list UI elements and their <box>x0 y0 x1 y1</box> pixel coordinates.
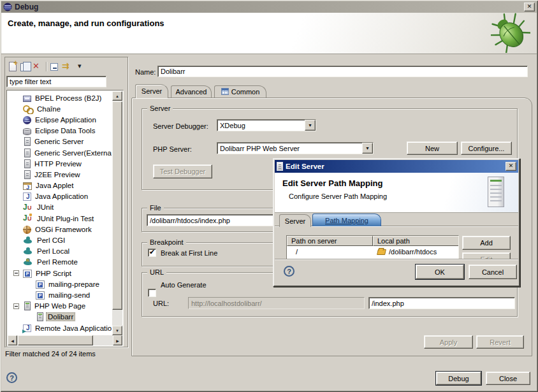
php-server-label: PHP Server: <box>153 145 192 153</box>
tree-item-dolibarr[interactable]: Dolibarr <box>8 312 112 323</box>
server-debugger-label: Server Debugger: <box>153 122 208 130</box>
tree-item-php-script[interactable]: PHP Script <box>8 268 112 279</box>
filter-icon[interactable] <box>62 61 73 72</box>
path-mapping-table[interactable]: Path on server Local path / /dolibarr/ht… <box>286 235 459 261</box>
tab-divider <box>275 226 518 226</box>
cancel-button[interactable]: Cancel <box>469 265 517 279</box>
junit-plugin-icon <box>23 214 33 223</box>
tree-item-remote-java-application[interactable]: Remote Java Application <box>8 323 112 333</box>
tab-server[interactable]: Server <box>135 84 168 98</box>
apply-button[interactable]: Apply <box>424 335 473 349</box>
ok-button[interactable]: OK <box>416 265 464 279</box>
column-header-path-on-server[interactable]: Path on server <box>287 236 373 246</box>
new-configuration-icon[interactable] <box>9 62 17 71</box>
tree-vertical-scrollbar[interactable]: ▲ ▼ <box>112 91 122 335</box>
junit-icon <box>23 203 33 212</box>
revert-button[interactable]: Revert <box>476 335 524 349</box>
tree-horizontal-scrollbar[interactable]: ◀ ▶ <box>8 335 122 345</box>
tree-item-generic-server-external[interactable]: Generic Server(External La <box>8 147 112 158</box>
tree-item-http-preview[interactable]: HTTP Preview <box>8 158 112 169</box>
configure-server-button[interactable]: Configure... <box>461 142 512 155</box>
php-icon <box>36 280 45 289</box>
server-icon <box>24 137 31 146</box>
tree-item-perl-remote[interactable]: Perl Remote <box>8 257 112 268</box>
tree-item-php-web-page[interactable]: PHP Web Page <box>8 301 112 312</box>
osgi-icon <box>23 226 31 234</box>
window-title: Debug <box>15 3 38 11</box>
window-close-button[interactable]: ✕ <box>524 3 535 11</box>
tree-item-eclipse-application[interactable]: Eclipse Application <box>8 114 112 125</box>
chevron-down-icon[interactable]: ▼ <box>362 143 373 154</box>
dialog-close-button[interactable]: ✕ <box>505 162 516 171</box>
server-icon <box>24 159 31 168</box>
tree-item-bpel-process[interactable]: BPEL Process (B2J) <box>8 92 112 103</box>
dialog-tab-path-mapping[interactable]: Path Mapping <box>312 214 381 226</box>
header-banner: Create, manage, and run configurations <box>1 13 537 54</box>
collapse-expander-icon[interactable] <box>13 303 19 309</box>
add-mapping-button[interactable]: Add <box>462 236 511 250</box>
perl-icon <box>23 247 33 256</box>
bug-icon <box>491 12 530 53</box>
php-web-icon <box>24 301 31 310</box>
dialog-footer: ? OK Cancel <box>275 259 518 285</box>
tree-item-junit-plugin-test[interactable]: JUnit Plug-in Test <box>8 213 112 224</box>
name-label: Name: <box>135 68 156 76</box>
auto-generate-checkbox[interactable] <box>148 289 156 297</box>
tree-item-java-applet[interactable]: Java Applet <box>8 180 112 191</box>
scroll-left-icon[interactable]: ◀ <box>8 335 17 345</box>
file-group-legend: File <box>147 204 164 212</box>
tab-common[interactable]: Common <box>214 85 266 98</box>
server-tower-icon <box>488 177 504 207</box>
dropdown-caret-icon[interactable] <box>76 61 87 72</box>
tab-advanced[interactable]: Advanced <box>171 85 212 98</box>
tree-item-java-application[interactable]: Java Application <box>8 191 112 202</box>
url-group-legend: URL <box>147 268 166 276</box>
close-button[interactable]: Close <box>486 372 530 385</box>
server-group-legend: Server <box>147 105 173 112</box>
delete-icon[interactable] <box>31 61 42 72</box>
scrollbar-thumb[interactable] <box>18 335 93 345</box>
tree-item-perl-local[interactable]: Perl Local <box>8 246 112 257</box>
name-input[interactable] <box>157 66 528 77</box>
break-first-line-label: Break at First Line <box>161 249 217 257</box>
tree-toolbar <box>6 59 125 73</box>
tree-item-osgi-framework[interactable]: OSGi Framework <box>8 224 112 235</box>
tree-item-mailing-send[interactable]: mailing-send <box>8 289 112 300</box>
new-server-button[interactable]: New <box>407 142 458 155</box>
tree-item-perl-cgi[interactable]: Perl CGI <box>8 235 112 245</box>
scroll-down-icon[interactable]: ▼ <box>112 326 122 335</box>
scroll-up-icon[interactable]: ▲ <box>112 91 122 101</box>
filter-input[interactable] <box>6 76 106 87</box>
scroll-right-icon[interactable]: ▶ <box>113 335 122 345</box>
table-cell-local-path[interactable]: /dolibarr/htdocs <box>377 248 437 256</box>
java-icon <box>23 192 31 201</box>
test-debugger-button[interactable]: Test Debugger <box>153 164 212 178</box>
php-server-select[interactable]: Dolibarr PHP Web Server ▼ <box>217 142 374 154</box>
break-first-line-checkbox[interactable] <box>148 249 156 257</box>
edit-server-dialog: Edit Server ✕ Edit Server Path Mapping C… <box>273 158 520 287</box>
tree-item-mailing-prepare[interactable]: mailing-prepare <box>8 279 112 289</box>
dialog-tab-server[interactable]: Server <box>279 214 311 227</box>
table-cell-path-on-server[interactable]: / <box>296 248 298 256</box>
auto-generate-label: Auto Generate <box>161 281 207 289</box>
tree-item-j2ee-preview[interactable]: J2EE Preview <box>8 169 112 180</box>
tree-item-eclipse-data-tools[interactable]: Eclipse Data Tools <box>8 126 112 136</box>
debug-button[interactable]: Debug <box>436 372 481 385</box>
chevron-down-icon[interactable]: ▼ <box>305 120 316 131</box>
url-path-input[interactable] <box>368 297 515 309</box>
tree-item-chaine[interactable]: Chaîne <box>8 103 112 114</box>
eclipse-logo-icon <box>3 3 12 11</box>
collapse-all-icon[interactable] <box>50 63 58 71</box>
column-header-local-path[interactable]: Local path <box>373 236 459 246</box>
help-icon[interactable]: ? <box>284 266 294 277</box>
duplicate-icon[interactable] <box>20 63 27 71</box>
breakpoint-group-legend: Breakpoint <box>147 238 186 246</box>
dialog-titlebar: Edit Server ✕ <box>275 160 518 173</box>
help-icon[interactable]: ? <box>6 372 17 383</box>
php-icon <box>23 270 32 278</box>
server-debugger-select[interactable]: XDebug ▼ <box>217 119 316 131</box>
collapse-expander-icon[interactable] <box>13 270 19 276</box>
scrollbar-thumb[interactable] <box>112 101 122 310</box>
tree-item-generic-server[interactable]: Generic Server <box>8 136 112 147</box>
tree-item-junit[interactable]: JUnit <box>8 202 112 213</box>
